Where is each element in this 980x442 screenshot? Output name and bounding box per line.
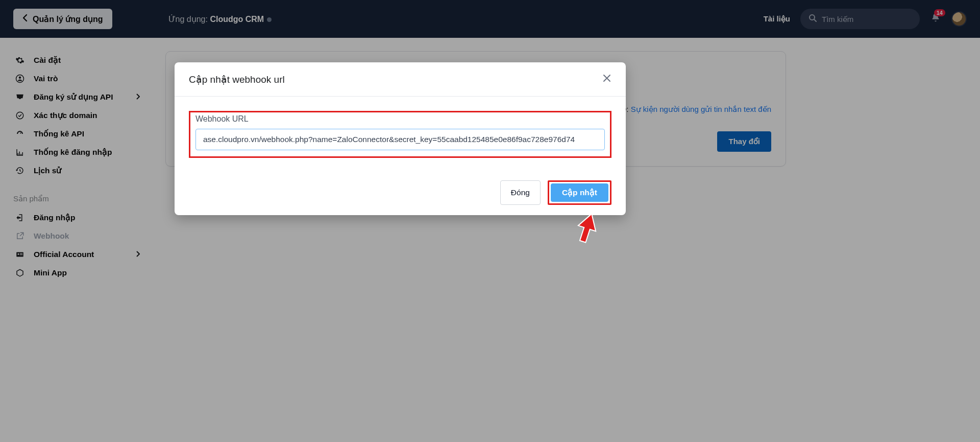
update-button[interactable]: Cập nhật xyxy=(551,183,608,202)
webhook-url-input[interactable] xyxy=(195,129,605,150)
close-button[interactable]: Đóng xyxy=(500,180,541,205)
modal-body: Webhook URL xyxy=(175,97,626,172)
close-icon[interactable] xyxy=(602,73,611,86)
webhook-url-label: Webhook URL xyxy=(195,114,605,124)
modal-title: Cập nhật webhook url xyxy=(189,74,285,85)
highlight-box: Webhook URL xyxy=(189,111,611,158)
update-highlight: Cập nhật xyxy=(548,180,611,205)
update-webhook-modal: Cập nhật webhook url Webhook URL Đóng Cậ… xyxy=(175,62,626,215)
modal-footer: Đóng Cập nhật xyxy=(175,172,626,215)
modal-header: Cập nhật webhook url xyxy=(175,62,626,97)
